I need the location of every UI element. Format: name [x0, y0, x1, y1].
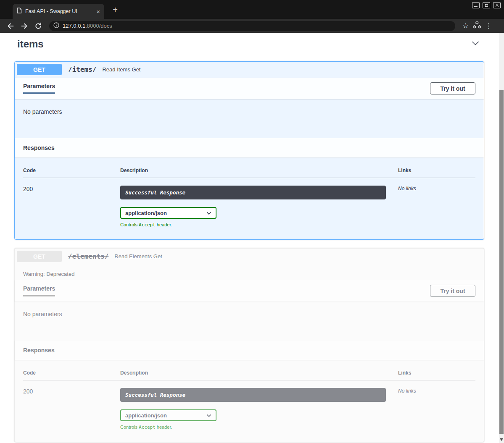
maximize-button[interactable]	[483, 2, 490, 8]
col-header-links: Links	[398, 160, 475, 178]
scrollbar-thumb[interactable]	[499, 90, 504, 434]
swagger-ui: items GET /items/ Read Items Get Paramet…	[14, 33, 484, 442]
url-text[interactable]: 127.0.0.1:8000/docs	[63, 23, 112, 29]
method-badge: GET	[17, 64, 62, 75]
response-links: No links	[398, 178, 475, 228]
accept-header-note: Controls Accept header.	[120, 425, 398, 430]
accept-note-suffix: header.	[156, 425, 172, 430]
response-code: 200	[23, 178, 120, 228]
network-icon[interactable]	[473, 21, 481, 30]
tag-title: items	[17, 38, 44, 50]
window-controls	[472, 2, 501, 8]
browser-tab[interactable]: Fast API - Swagger UI ×	[13, 4, 104, 19]
minimize-button[interactable]	[472, 2, 480, 8]
deprecated-warning: Warning: Deprecated	[15, 264, 484, 280]
page-content: items GET /items/ Read Items Get Paramet…	[0, 33, 504, 443]
opblock-get-elements-deprecated: GET /elements/ Read Elements Get Warning…	[14, 248, 484, 442]
site-info-icon[interactable]	[53, 22, 59, 30]
collapse-chevron-icon[interactable]	[470, 38, 481, 50]
response-links: No links	[398, 380, 475, 430]
url-host: 127.0.0.1	[63, 23, 85, 29]
accept-code: Accept	[139, 425, 156, 430]
col-header-description: Description	[120, 362, 398, 380]
opblock-get-items: GET /items/ Read Items Get Parameters Tr…	[14, 61, 484, 240]
browser-toolbar: 127.0.0.1:8000/docs ☆ ⋮	[0, 19, 504, 33]
col-header-code: Code	[23, 362, 120, 380]
response-description-box: Successful Response	[120, 186, 386, 199]
opblock-summary[interactable]: GET /elements/ Read Elements Get	[15, 249, 484, 264]
opblock-summary[interactable]: GET /items/ Read Items Get	[15, 62, 484, 77]
url-bar[interactable]: 127.0.0.1:8000/docs	[49, 21, 455, 31]
chevron-down-icon	[206, 412, 211, 419]
no-parameters-text: No parameters	[15, 301, 484, 341]
parameters-header: Parameters Try it out	[15, 280, 484, 301]
response-code: 200	[23, 380, 120, 430]
browser-menu-icon[interactable]: ⋮	[485, 23, 492, 29]
accept-header-note: Controls Accept header.	[120, 222, 398, 228]
method-badge: GET	[17, 251, 62, 262]
response-description-box: Successful Response	[120, 388, 386, 402]
forward-icon[interactable]	[19, 21, 30, 31]
col-header-description: Description	[120, 160, 398, 178]
tab-parameters[interactable]: Parameters	[23, 83, 55, 94]
back-icon[interactable]	[5, 21, 16, 31]
responses-table-wrapper: Code Description Links 200 Successful Re	[15, 360, 484, 442]
scrollbar-down-button[interactable]	[499, 438, 504, 442]
responses-table: Code Description Links 200 Successful Re	[23, 362, 475, 430]
try-it-out-button[interactable]: Try it out	[430, 285, 475, 297]
new-tab-button[interactable]: +	[111, 5, 120, 14]
responses-table: Code Description Links 200 Successful Re	[23, 160, 475, 228]
endpoint-summary: Read Elements Get	[114, 253, 162, 260]
responses-table-wrapper: Code Description Links 200 Successful Re	[15, 157, 484, 239]
accept-note-suffix: header.	[156, 222, 172, 227]
media-type-value: application/json	[125, 210, 167, 216]
accept-code: Accept	[139, 222, 156, 228]
parameters-header: Parameters Try it out	[15, 78, 484, 99]
response-description: Successful Response	[125, 392, 185, 398]
endpoint-summary: Read Items Get	[102, 66, 140, 73]
table-row: 200 Successful Response application/json	[23, 178, 475, 228]
col-header-code: Code	[23, 160, 120, 178]
endpoint-path: /elements/	[68, 252, 108, 260]
page-icon	[17, 8, 22, 15]
response-description: Successful Response	[125, 189, 185, 196]
media-type-select[interactable]: application/json	[120, 207, 216, 219]
responses-title: Responses	[23, 144, 55, 151]
endpoint-path: /items/	[68, 66, 96, 73]
try-it-out-button[interactable]: Try it out	[430, 82, 475, 94]
responses-title: Responses	[23, 347, 55, 354]
tab-title: Fast API - Swagger UI	[25, 8, 93, 14]
window-titlebar: Fast API - Swagger UI × +	[0, 0, 504, 19]
scrollbar-track[interactable]	[499, 33, 504, 443]
tab-close-icon[interactable]: ×	[96, 8, 100, 15]
accept-note-prefix: Controls	[120, 222, 139, 227]
url-path: :8000/docs	[85, 23, 112, 29]
responses-header: Responses	[15, 138, 484, 157]
accept-note-prefix: Controls	[120, 425, 139, 430]
tab-parameters[interactable]: Parameters	[23, 285, 55, 296]
chevron-down-icon	[206, 210, 211, 216]
close-button[interactable]	[493, 2, 501, 8]
media-type-select[interactable]: application/json	[120, 409, 216, 421]
media-type-value: application/json	[125, 412, 167, 419]
col-header-links: Links	[398, 362, 475, 380]
toolbar-right-icons: ☆ ⋮	[462, 21, 492, 30]
reload-icon[interactable]	[33, 21, 44, 31]
table-row: 200 Successful Response application/json	[23, 380, 475, 430]
tag-section-header[interactable]: items	[14, 33, 484, 56]
no-parameters-text: No parameters	[15, 99, 484, 138]
bookmark-star-icon[interactable]: ☆	[462, 22, 469, 29]
responses-header: Responses	[15, 341, 484, 360]
